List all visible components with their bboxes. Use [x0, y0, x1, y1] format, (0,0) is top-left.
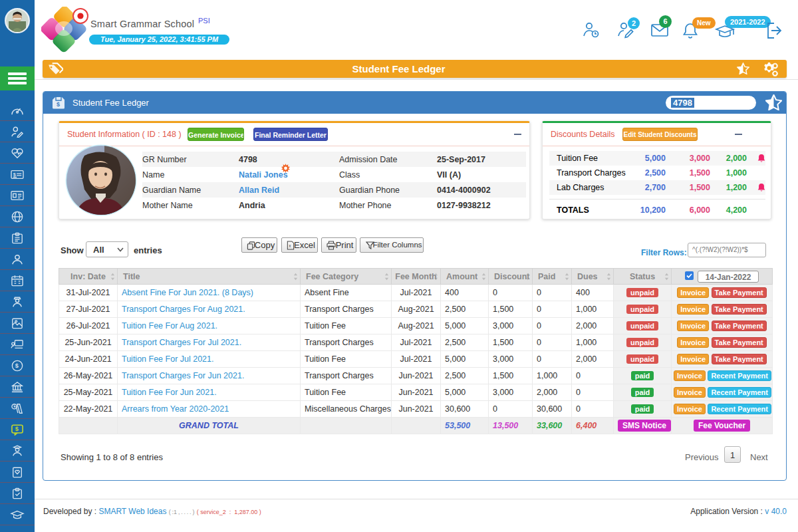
svg-text:$: $ — [15, 362, 19, 369]
svg-text:x: x — [289, 243, 291, 248]
svg-text:$: $ — [57, 101, 60, 108]
svg-text:$: $ — [13, 172, 16, 178]
svg-text:$: $ — [15, 426, 19, 432]
